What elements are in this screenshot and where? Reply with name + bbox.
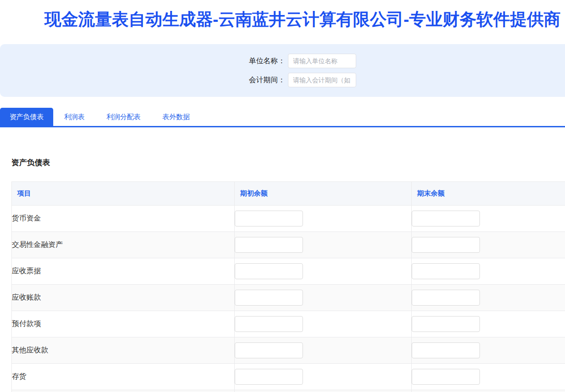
row-label: 其他应收款: [12, 337, 235, 364]
closing-balance-input[interactable]: [412, 211, 480, 226]
table-row: 交易性金融资产: [12, 232, 565, 258]
table-row: 预付款项: [12, 311, 565, 337]
row-label: 应收票据: [12, 258, 235, 285]
balance-sheet-table: 项目 期初余额 期末余额 货币资金 交易性金融资产 应收票据 应: [11, 181, 565, 392]
tab-income-statement[interactable]: 利润表: [53, 108, 96, 126]
accounting-period-input[interactable]: [288, 73, 356, 87]
closing-balance-input[interactable]: [412, 263, 480, 279]
opening-balance-cell: [235, 337, 412, 364]
tab-off-balance-data[interactable]: 表外数据: [151, 108, 201, 126]
row-label: 存货: [12, 364, 235, 390]
accounting-period-field-row: 会计期间：: [0, 73, 565, 87]
row-label: 货币资金: [12, 206, 235, 232]
opening-balance-cell: [235, 258, 412, 285]
opening-balance-cell: [235, 206, 412, 232]
row-label: 预付款项: [12, 311, 235, 337]
row-label: [12, 390, 235, 392]
closing-balance-input[interactable]: [412, 237, 480, 253]
table-row: 其他应收款: [12, 337, 565, 364]
opening-balance-input[interactable]: [235, 342, 303, 358]
closing-balance-cell: [412, 390, 565, 392]
table-row: 应收账款: [12, 285, 565, 311]
company-info-form: 单位名称： 会计期间：: [0, 44, 565, 97]
unit-name-input[interactable]: [288, 54, 356, 68]
opening-balance-cell: [235, 390, 412, 392]
table-row: [12, 390, 565, 392]
page-title: 现金流量表自动生成器-云南蓝井云计算有限公司-专业财务软件提供商: [0, 0, 565, 44]
closing-balance-cell: [412, 258, 565, 285]
tab-profit-distribution[interactable]: 利润分配表: [96, 108, 151, 126]
closing-balance-cell: [412, 311, 565, 337]
opening-balance-input[interactable]: [235, 211, 303, 226]
unit-name-field-row: 单位名称：: [0, 54, 565, 68]
opening-balance-cell: [235, 311, 412, 337]
opening-balance-cell: [235, 232, 412, 258]
table-header-row: 项目 期初余额 期末余额: [12, 182, 565, 206]
page-container: 现金流量表自动生成器-云南蓝井云计算有限公司-专业财务软件提供商 单位名称： 会…: [0, 0, 565, 392]
col-header-closing-balance: 期末余额: [412, 182, 565, 206]
table-row: 应收票据: [12, 258, 565, 285]
table-row: 存货: [12, 364, 565, 390]
table-row: 货币资金: [12, 206, 565, 232]
opening-balance-input[interactable]: [235, 263, 303, 279]
opening-balance-cell: [235, 285, 412, 311]
opening-balance-input[interactable]: [235, 237, 303, 253]
closing-balance-input[interactable]: [412, 316, 480, 332]
closing-balance-cell: [412, 285, 565, 311]
opening-balance-input[interactable]: [235, 290, 303, 306]
unit-name-label: 单位名称：: [249, 56, 285, 66]
col-header-item: 项目: [12, 182, 235, 206]
tab-balance-sheet[interactable]: 资产负债表: [0, 108, 53, 126]
closing-balance-input[interactable]: [412, 369, 480, 385]
closing-balance-cell: [412, 232, 565, 258]
section-title: 资产负债表: [11, 157, 565, 168]
opening-balance-cell: [235, 364, 412, 390]
closing-balance-input[interactable]: [412, 342, 480, 358]
closing-balance-input[interactable]: [412, 290, 480, 306]
row-label: 交易性金融资产: [12, 232, 235, 258]
closing-balance-cell: [412, 337, 565, 364]
closing-balance-cell: [412, 206, 565, 232]
tab-bar: 资产负债表 利润表 利润分配表 表外数据: [0, 108, 565, 127]
col-header-opening-balance: 期初余额: [235, 182, 412, 206]
opening-balance-input[interactable]: [235, 316, 303, 332]
accounting-period-label: 会计期间：: [249, 75, 285, 85]
opening-balance-input[interactable]: [235, 369, 303, 385]
row-label: 应收账款: [12, 285, 235, 311]
closing-balance-cell: [412, 364, 565, 390]
